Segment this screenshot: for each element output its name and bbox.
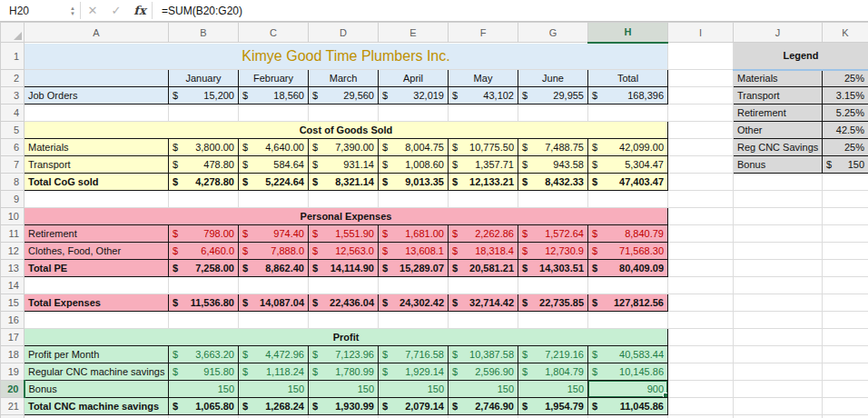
cell-I1[interactable]: [668, 43, 734, 70]
cell-D19[interactable]: $1,780.99: [309, 363, 379, 381]
cell-C14[interactable]: [239, 277, 309, 294]
cell-G16[interactable]: [518, 312, 588, 329]
cell-I22[interactable]: [668, 415, 734, 418]
cell-D18[interactable]: $7,123.96: [309, 346, 379, 363]
cell-I9[interactable]: [668, 191, 734, 208]
column-header-D[interactable]: D: [309, 23, 379, 43]
legend-item-value[interactable]: 5.25%: [823, 104, 868, 122]
row-header-4[interactable]: 4: [1, 104, 25, 122]
cell-K20[interactable]: [823, 381, 868, 398]
cell-C4[interactable]: [239, 104, 309, 122]
cell-D15[interactable]: $22,436.04: [309, 294, 379, 312]
spinner-down-icon[interactable]: ▼: [70, 11, 75, 16]
cell-A19[interactable]: Regular CNC machine savings: [25, 363, 169, 381]
cell-A6[interactable]: Materials: [25, 139, 169, 156]
cell-A3[interactable]: Job Orders: [25, 87, 169, 104]
row-header-10[interactable]: 10: [1, 208, 25, 225]
cell-I16[interactable]: [668, 312, 734, 329]
cell-I21[interactable]: [668, 398, 734, 415]
cell-I15[interactable]: [668, 294, 734, 312]
cell-J22[interactable]: [734, 415, 823, 418]
column-header-J[interactable]: J: [734, 23, 823, 43]
cell-F16[interactable]: [449, 312, 518, 329]
column-header-B[interactable]: B: [169, 23, 239, 43]
cell-F12[interactable]: $18,318.4: [449, 243, 518, 260]
cell-H15[interactable]: $127,812.56: [588, 294, 668, 312]
cell-F22[interactable]: [449, 415, 518, 418]
cell-D9[interactable]: [309, 191, 379, 208]
cell-F9[interactable]: [449, 191, 518, 208]
row-header-20[interactable]: 20: [1, 381, 25, 398]
cell-A15[interactable]: Total Expenses: [25, 294, 169, 312]
row-header-11[interactable]: 11: [1, 225, 25, 243]
cell-I11[interactable]: [668, 225, 734, 243]
cell-A12[interactable]: Clothes, Food, Other: [25, 243, 169, 260]
cell-I5[interactable]: [668, 122, 734, 139]
cell-J9[interactable]: [734, 191, 823, 208]
cell-E21[interactable]: $2,079.14: [379, 398, 449, 415]
cell-E14[interactable]: [379, 277, 449, 294]
cell-C15[interactable]: $14,087.04: [239, 294, 309, 312]
cell-J19[interactable]: [734, 363, 823, 381]
cell-F6[interactable]: $10,775.50: [449, 139, 518, 156]
cell-B11[interactable]: $798.00: [169, 225, 239, 243]
column-header-F[interactable]: F: [449, 23, 518, 43]
cell-E6[interactable]: $8,004.75: [379, 139, 449, 156]
cell-D2[interactable]: March: [309, 70, 379, 87]
cell-B14[interactable]: [169, 277, 239, 294]
cell-K12[interactable]: [823, 243, 868, 260]
cell-B19[interactable]: $915.80: [169, 363, 239, 381]
cell-D20[interactable]: 150: [309, 381, 379, 398]
cell-I20[interactable]: [668, 381, 734, 398]
cell-K19[interactable]: [823, 363, 868, 381]
cell-G22[interactable]: [518, 415, 588, 418]
cell-H19[interactable]: $10,145.86: [588, 363, 668, 381]
cell-C9[interactable]: [239, 191, 309, 208]
cell-C16[interactable]: [239, 312, 309, 329]
name-box-spinner[interactable]: ▲ ▼: [65, 5, 80, 16]
cell-G21[interactable]: $1,954.79: [518, 398, 588, 415]
cell-D14[interactable]: [309, 277, 379, 294]
sheet-title-cell[interactable]: Kimye Good Time Plumbers Inc.: [25, 43, 668, 70]
cell-K21[interactable]: [823, 398, 868, 415]
row-header-22[interactable]: 22: [1, 415, 25, 418]
cell-F14[interactable]: [449, 277, 518, 294]
cell-H21[interactable]: $11,045.86: [588, 398, 668, 415]
cell-B9[interactable]: [169, 191, 239, 208]
cell-F18[interactable]: $10,387.58: [449, 346, 518, 363]
legend-item-value[interactable]: 25%: [823, 70, 868, 87]
row-header-6[interactable]: 6: [1, 139, 25, 156]
cell-A22[interactable]: [25, 415, 169, 418]
cancel-icon[interactable]: ✕: [81, 0, 104, 21]
legend-item-value[interactable]: 25%: [823, 139, 868, 156]
column-header-H[interactable]: H: [588, 23, 668, 43]
cell-G18[interactable]: $7,219.16: [518, 346, 588, 363]
cell-C12[interactable]: $7,888.0: [239, 243, 309, 260]
cell-K10[interactable]: [823, 208, 868, 225]
cell-H20[interactable]: 900: [588, 381, 668, 398]
cell-D12[interactable]: $12,563.0: [309, 243, 379, 260]
column-header-C[interactable]: C: [239, 23, 309, 43]
cell-F7[interactable]: $1,357.71: [449, 156, 518, 174]
cell-I18[interactable]: [668, 346, 734, 363]
row-header-5[interactable]: 5: [1, 122, 25, 139]
cell-C11[interactable]: $974.40: [239, 225, 309, 243]
cell-J8[interactable]: [734, 174, 823, 191]
cell-H2[interactable]: Total: [588, 70, 668, 87]
cell-G19[interactable]: $1,804.79: [518, 363, 588, 381]
row-header-3[interactable]: 3: [1, 87, 25, 104]
cell-G20[interactable]: 150: [518, 381, 588, 398]
cell-E2[interactable]: April: [379, 70, 449, 87]
cell-D13[interactable]: $14,114.90: [309, 260, 379, 277]
column-header-I[interactable]: I: [668, 23, 734, 43]
cell-G4[interactable]: [518, 104, 588, 122]
cell-G6[interactable]: $7,488.75: [518, 139, 588, 156]
cell-I19[interactable]: [668, 363, 734, 381]
cell-C22[interactable]: [239, 415, 309, 418]
cell-I4[interactable]: [668, 104, 734, 122]
row-header-14[interactable]: 14: [1, 277, 25, 294]
cell-H8[interactable]: $47,403.47: [588, 174, 668, 191]
cell-E13[interactable]: $15,289.07: [379, 260, 449, 277]
cell-J20[interactable]: [734, 381, 823, 398]
section-header-personal-expenses[interactable]: Personal Expenses: [25, 208, 668, 225]
